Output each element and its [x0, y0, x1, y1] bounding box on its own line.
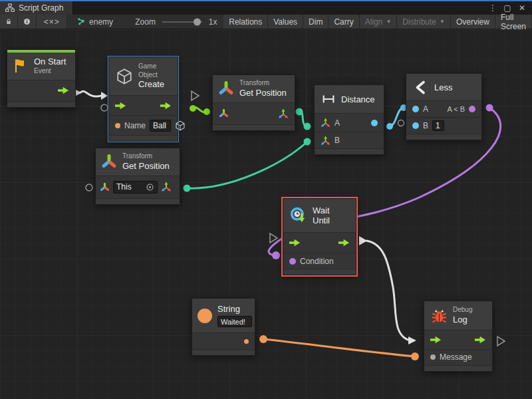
- message-port-icon[interactable]: [430, 354, 436, 360]
- close-icon[interactable]: ✕: [516, 3, 528, 13]
- bool-port-icon[interactable]: [289, 258, 296, 265]
- node-category: Transform: [122, 152, 170, 161]
- port-create-target-unconnected[interactable]: [101, 104, 108, 111]
- port-distance-a-in[interactable]: [304, 123, 311, 130]
- port-create-gameobject-out[interactable]: [190, 105, 196, 112]
- node-debug-log[interactable]: Debug Log Message: [424, 301, 493, 372]
- tab-title: Script Graph: [19, 3, 63, 13]
- flow-in-icon[interactable]: [289, 239, 301, 247]
- align-button[interactable]: Align ▼: [360, 15, 398, 29]
- relations-button[interactable]: Relations: [223, 15, 268, 29]
- transform-port-icon[interactable]: [100, 182, 110, 192]
- port-getposition1-out[interactable]: [296, 108, 303, 116]
- flow-out-icon[interactable]: [338, 239, 350, 247]
- target-input[interactable]: [116, 182, 143, 192]
- node-on-start[interactable]: On Start Event: [7, 49, 76, 108]
- node-string[interactable]: String: [192, 298, 255, 356]
- transform-port-icon[interactable]: [219, 108, 229, 118]
- toolbar: <×> enemy Zoom 1x Relations Values Dim C…: [0, 15, 532, 29]
- transform-icon: [218, 80, 234, 96]
- output-row: [192, 332, 255, 349]
- wire-getposition2-distance-b[interactable]: [187, 142, 307, 188]
- port-less-b-unconnected[interactable]: [398, 120, 404, 126]
- wire-waituntil-debuglog[interactable]: [366, 241, 410, 340]
- graph-reference[interactable]: enemy: [73, 15, 117, 29]
- float-output-icon[interactable]: [371, 120, 378, 126]
- port-row: [96, 176, 180, 198]
- distribute-button[interactable]: Distribute ▼: [397, 15, 451, 29]
- port-string-out[interactable]: [259, 335, 267, 343]
- port-waituntil-condition-in[interactable]: [272, 251, 280, 259]
- float-port-icon[interactable]: [412, 122, 419, 129]
- target-field[interactable]: [113, 181, 158, 194]
- port-getposition1-in[interactable]: [203, 108, 210, 115]
- full-screen-button[interactable]: Full Screen: [495, 15, 532, 29]
- info-button[interactable]: [18, 15, 37, 29]
- port-distance-out[interactable]: [386, 123, 393, 130]
- flow-out-port-create-unconnected[interactable]: [192, 91, 199, 100]
- flow-in-port-waituntil[interactable]: [270, 233, 277, 243]
- zoom-slider-handle[interactable]: [194, 18, 201, 25]
- port-debuglog-message-in[interactable]: [411, 352, 419, 360]
- vector3-port-icon[interactable]: [321, 136, 331, 146]
- flow-out-icon[interactable]: [475, 336, 486, 344]
- port-getposition2-target-unconnected[interactable]: [86, 184, 92, 191]
- wire-onstart-create[interactable]: [80, 91, 101, 96]
- node-header: Less: [406, 74, 481, 100]
- string-port-icon[interactable]: [115, 123, 120, 128]
- vector3-port-icon[interactable]: [321, 118, 331, 128]
- chevron-down-icon: ▼: [440, 19, 445, 25]
- values-button[interactable]: Values: [268, 15, 303, 29]
- flow-out-icon[interactable]: [58, 86, 69, 94]
- flow-in-icon[interactable]: [115, 102, 126, 110]
- code-view-button[interactable]: <×>: [37, 15, 67, 29]
- maximize-icon[interactable]: ▢: [501, 3, 513, 13]
- node-distance[interactable]: Distance A B: [314, 84, 384, 155]
- overview-button[interactable]: Overview: [451, 15, 495, 29]
- button-label: Values: [273, 17, 297, 27]
- node-footer: [283, 269, 356, 275]
- flow-out-port-debuglog-unconnected[interactable]: [497, 336, 505, 346]
- float-port-icon[interactable]: [412, 106, 419, 112]
- flow-in-icon[interactable]: [430, 336, 442, 344]
- node-get-position-2[interactable]: Transform Get Position: [95, 148, 180, 205]
- node-get-position-1[interactable]: Transform Get Position: [212, 74, 295, 131]
- string-value-input[interactable]: [217, 316, 252, 327]
- toolbar-gap: [67, 15, 73, 29]
- node-less[interactable]: Less A A < B B: [406, 73, 482, 140]
- zoom-slider[interactable]: [162, 15, 202, 29]
- port-getposition2-out[interactable]: [184, 185, 191, 192]
- node-title: Distance: [341, 94, 375, 104]
- wire-string-debuglog[interactable]: [263, 339, 415, 356]
- string-output-icon[interactable]: [244, 339, 249, 344]
- gameobject-output-icon[interactable]: [175, 120, 186, 131]
- flow-row: [424, 330, 492, 349]
- carry-button[interactable]: Carry: [329, 15, 359, 29]
- object-picker-icon[interactable]: [146, 183, 154, 192]
- dim-button[interactable]: Dim: [303, 15, 329, 29]
- node-header: Debug Log: [424, 301, 492, 330]
- vector3-port-icon[interactable]: [278, 108, 289, 119]
- tab-script-graph[interactable]: Script Graph: [0, 1, 73, 15]
- name-input[interactable]: [150, 120, 171, 132]
- b-value-input[interactable]: [432, 120, 444, 131]
- port-row-b: B: [406, 117, 481, 134]
- vector3-port-icon[interactable]: [161, 182, 172, 192]
- cube-icon: [116, 68, 133, 85]
- node-title: String: [217, 304, 252, 315]
- node-header: Transform Get Position: [96, 148, 180, 176]
- chevron-down-icon: ▼: [386, 19, 391, 25]
- lock-button[interactable]: [0, 15, 18, 29]
- port-less-out[interactable]: [486, 104, 493, 112]
- menu-icon[interactable]: ⋮: [487, 3, 499, 13]
- graph-canvas[interactable]: On Start Event Game Object Create Name: [0, 29, 532, 399]
- output-label: A < B: [447, 105, 465, 113]
- node-wait-until[interactable]: Wait Until Condition: [283, 198, 356, 275]
- node-create[interactable]: Game Object Create Name: [108, 57, 178, 142]
- button-label: Relations: [229, 17, 262, 27]
- flow-out-icon[interactable]: [160, 102, 172, 110]
- button-label: Overview: [456, 17, 489, 27]
- bool-output-icon[interactable]: [469, 106, 475, 112]
- port-row-condition: Condition: [283, 253, 356, 269]
- port-distance-b-in[interactable]: [304, 138, 311, 146]
